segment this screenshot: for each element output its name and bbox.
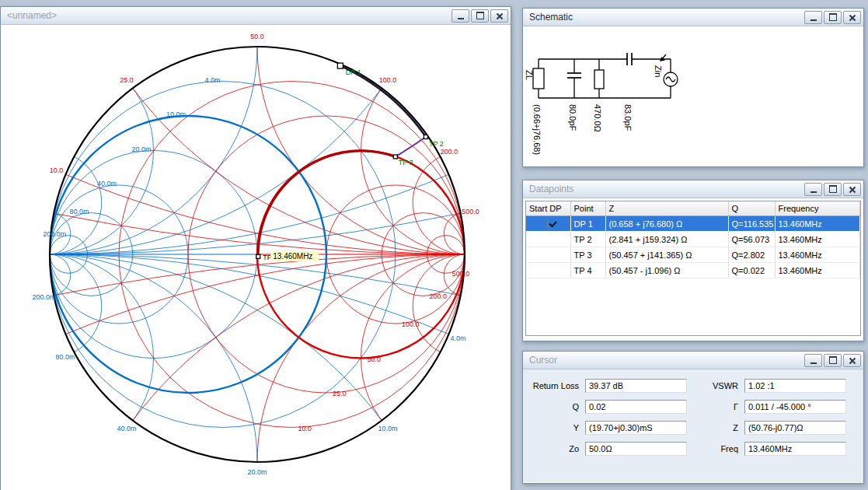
minimize-button[interactable]: [804, 11, 822, 24]
close-button[interactable]: [843, 183, 861, 196]
return-loss-label: Return Loss: [525, 381, 582, 390]
close-icon: [849, 14, 856, 21]
column-header-q[interactable]: Q: [728, 201, 775, 216]
shunt-cap-value-label: 80.0pF: [568, 104, 577, 131]
minimize-button[interactable]: [804, 354, 822, 367]
point-cell: DP 1: [570, 216, 605, 232]
reactance-label: 100.0: [379, 76, 397, 84]
return-loss-field[interactable]: [585, 379, 687, 393]
resistance-label: 100.0: [402, 320, 420, 328]
series-cap-value-label: 83.0pF: [623, 104, 633, 131]
series-capacitor-symbol[interactable]: [627, 53, 632, 65]
close-button[interactable]: [843, 11, 861, 24]
cursor-form: Return Loss VSWR Q Γ Y Z Zo Freq: [523, 369, 863, 482]
datapoint-row[interactable]: TP 4 (50.457 - j1.096) Ω Q=0.022 13.460M…: [526, 263, 860, 278]
vswr-label: VSWR: [690, 381, 741, 390]
y-field[interactable]: [585, 421, 687, 435]
conductance-label: 200.0m: [43, 230, 66, 238]
point-cell: TP 4: [570, 263, 605, 278]
close-button[interactable]: [490, 9, 508, 23]
conductance-label: 10.0m: [166, 110, 186, 118]
freq-field[interactable]: [744, 442, 846, 456]
resistance-label: 50.0: [368, 355, 382, 363]
gamma-field[interactable]: [744, 400, 846, 414]
close-icon: [849, 357, 856, 364]
resistance-label: 25.0: [333, 390, 347, 397]
susceptance-label: 40.0m: [117, 425, 136, 432]
minimize-button[interactable]: [804, 183, 822, 196]
window-title: Datapoints: [529, 184, 803, 194]
susceptance-label: 4.0m: [450, 334, 465, 342]
trace-point-marker[interactable]: [337, 63, 343, 68]
maximize-button[interactable]: [824, 354, 842, 367]
q-label: Q: [525, 402, 582, 411]
column-header-z[interactable]: Z: [605, 201, 728, 216]
column-header-frequency[interactable]: Frequency: [775, 201, 860, 216]
z-cell: (50.457 + j141.365) Ω: [605, 247, 728, 263]
reactance-label: 10.0: [50, 166, 64, 174]
q-cell: Q=56.073: [728, 232, 775, 247]
reactance-label: 50.0: [250, 33, 264, 40]
cursor-window: Cursor Return Loss VSWR Q Γ Y Z Zo Freq: [522, 351, 864, 484]
q-cell: Q=2.802: [728, 247, 775, 263]
minimize-icon: [810, 19, 817, 21]
datapoints-titlebar[interactable]: Datapoints: [523, 180, 863, 198]
resistance-label: 10.0: [298, 425, 312, 432]
conductance-label: 20.0m: [131, 145, 151, 153]
conductance-label: 40.0m: [97, 180, 117, 187]
freq-label: Freq: [690, 444, 741, 453]
minimize-icon: [810, 191, 817, 193]
smith-chart-window: <unnamed> 10.04.0m10.04.0m25.010.0m25.01…: [0, 6, 511, 490]
susceptance-label: 200.0m: [33, 293, 56, 301]
point-cell: TP 3: [570, 247, 605, 263]
frequency-cell: 13.460MHz: [775, 247, 860, 263]
cursor-titlebar[interactable]: Cursor: [523, 352, 863, 369]
maximize-button[interactable]: [824, 183, 842, 196]
start-dp-checkbox[interactable]: [547, 219, 549, 229]
close-icon: [496, 12, 503, 19]
trace-point-marker[interactable]: [424, 135, 427, 139]
datapoints-table: Start DP Point Z Q Frequency DP 1 (0.658…: [525, 201, 861, 336]
schematic-canvas[interactable]: ZL (0.66+j76.68) 80.0pF 470.0Ω 83.0pF Zi…: [523, 26, 862, 165]
frequency-tag-label: 13.460MHz: [273, 252, 312, 261]
load-value-label: (0.66+j76.68): [532, 104, 542, 155]
susceptance-label: 80.0m: [55, 353, 75, 361]
column-header-point[interactable]: Point: [570, 201, 605, 216]
schematic-window: Schematic: [522, 8, 864, 167]
trace-point-marker[interactable]: [393, 155, 397, 159]
load-name-label: ZL: [525, 70, 534, 80]
window-title: Cursor: [529, 355, 803, 366]
trace-point-marker[interactable]: [256, 254, 260, 258]
datapoints-window: Datapoints Start DP Point Z Q Frequency: [522, 180, 864, 341]
maximize-button[interactable]: [471, 9, 489, 23]
z-field[interactable]: [744, 421, 846, 435]
minimize-icon: [458, 18, 464, 19]
resistance-label: 500.0: [452, 270, 470, 278]
susceptance-label: 10.0m: [378, 425, 397, 432]
shunt-capacitor-symbol[interactable]: [567, 73, 581, 78]
schematic-titlebar[interactable]: Schematic: [523, 9, 863, 26]
column-header-start-dp[interactable]: Start DP: [526, 201, 570, 216]
frequency-cell: 13.460MHz: [775, 216, 860, 232]
smith-window-titlebar[interactable]: <unnamed>: [1, 7, 511, 25]
z-cell: (50.457 - j1.096) Ω: [605, 263, 728, 278]
smith-chart-canvas[interactable]: 10.04.0m10.04.0m25.010.0m25.010.0m50.020…: [1, 25, 509, 490]
shunt-resistor-symbol[interactable]: [594, 70, 604, 89]
datapoint-row[interactable]: TP 3 (50.457 + j141.365) Ω Q=2.802 13.46…: [526, 247, 860, 263]
minimize-button[interactable]: [451, 9, 469, 23]
trace-point-label: TP 3: [399, 159, 413, 166]
datapoint-row[interactable]: TP 2 (2.841 + j159.324) Ω Q=56.073 13.46…: [526, 232, 860, 247]
reactance-label: 25.0: [120, 76, 134, 84]
close-button[interactable]: [843, 354, 861, 367]
datapoint-row[interactable]: DP 1 (0.658 + j76.680) Ω Q=116.535 13.46…: [526, 216, 860, 232]
z-cell: (0.658 + j76.680) Ω: [605, 216, 728, 232]
load-symbol[interactable]: [533, 68, 544, 89]
reactance-label: 200.0: [441, 148, 458, 156]
maximize-button[interactable]: [824, 11, 842, 24]
zo-field[interactable]: [585, 442, 687, 456]
vswr-field[interactable]: [744, 379, 846, 393]
q-field[interactable]: [585, 400, 687, 414]
maximize-icon: [829, 356, 837, 364]
application-desktop: { "app": { "background": "#b9c7d6", "sel…: [0, 0, 868, 490]
maximize-icon: [829, 13, 837, 21]
